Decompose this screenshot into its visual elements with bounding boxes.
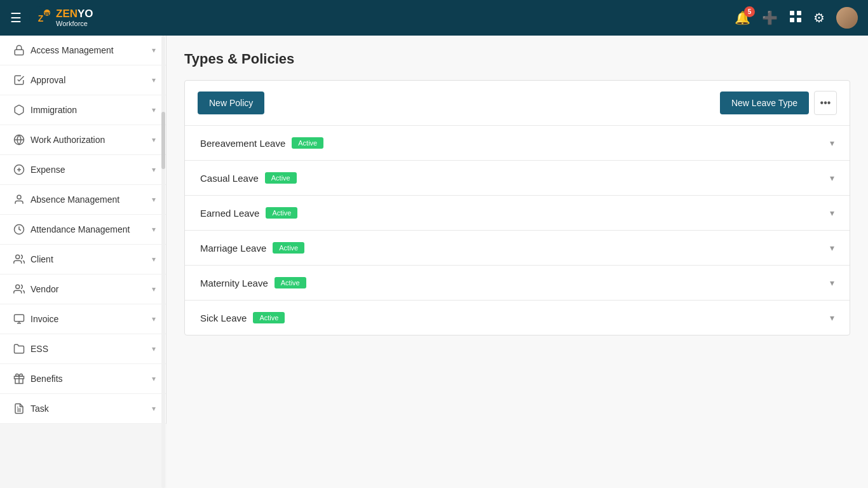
task-icon xyxy=(10,403,28,414)
main-content: Types & Policies New Policy New Leave Ty… xyxy=(166,36,868,488)
sidebar-label-task: Task xyxy=(31,403,152,414)
leave-type-header-earned[interactable]: Earned LeaveActive▾ xyxy=(185,196,850,230)
sidebar-item-access-management[interactable]: Access Management▾ xyxy=(0,36,166,65)
leave-type-header-bereavement[interactable]: Bereavement LeaveActive▾ xyxy=(185,126,850,160)
svg-text:W: W xyxy=(44,11,50,17)
leave-type-status-marriage: Active xyxy=(273,242,304,254)
sidebar-label-immigration: Immigration xyxy=(31,105,152,115)
apps-grid-button[interactable] xyxy=(789,10,802,26)
leave-type-earned: Earned LeaveActive▾ xyxy=(185,196,850,231)
chevron-down-icon: ▾ xyxy=(152,76,156,85)
leave-type-name-sick: Sick Leave xyxy=(200,313,247,323)
sidebar-item-ess[interactable]: ESS▾ xyxy=(0,334,166,364)
expand-chevron-icon: ▾ xyxy=(830,138,834,148)
card-toolbar: New Policy New Leave Type ••• xyxy=(185,81,850,126)
invoice-icon xyxy=(10,313,28,325)
sidebar-item-work-authorization[interactable]: Work Authorization▾ xyxy=(0,125,166,155)
leave-type-name-bereavement: Bereavement Leave xyxy=(200,138,285,149)
chevron-down-icon: ▾ xyxy=(152,46,156,55)
sidebar-item-benefits[interactable]: Benefits▾ xyxy=(0,364,166,394)
page-title: Types & Policies xyxy=(184,51,850,67)
ess-icon xyxy=(10,343,28,355)
expand-chevron-icon: ▾ xyxy=(830,243,834,253)
sidebar-item-invoice[interactable]: Invoice▾ xyxy=(0,304,166,334)
chevron-down-icon: ▾ xyxy=(152,105,156,114)
sidebar-label-client: Client xyxy=(31,254,152,264)
leave-type-header-maternity[interactable]: Maternity LeaveActive▾ xyxy=(185,266,850,300)
expand-chevron-icon: ▾ xyxy=(830,173,834,183)
chevron-down-icon: ▾ xyxy=(152,315,156,323)
expand-chevron-icon: ▾ xyxy=(830,278,834,288)
immigration-icon xyxy=(10,104,28,116)
user-avatar[interactable] xyxy=(836,7,858,29)
leave-type-name-marriage: Marriage Leave xyxy=(200,243,266,254)
sidebar-item-vendor[interactable]: Vendor▾ xyxy=(0,274,166,304)
sidebar-item-approval[interactable]: Approval▾ xyxy=(0,65,166,95)
app-subtitle: Workforce xyxy=(56,20,93,27)
leave-type-header-sick[interactable]: Sick LeaveActive▾ xyxy=(185,301,850,335)
leave-type-header-marriage[interactable]: Marriage LeaveActive▾ xyxy=(185,231,850,265)
sidebar-label-absence-management: Absence Management xyxy=(31,194,152,205)
app-name: ZENYO xyxy=(56,8,93,20)
leave-type-name-maternity: Maternity Leave xyxy=(200,278,268,288)
settings-button[interactable]: ⚙ xyxy=(813,10,825,25)
sidebar: Access Management▾Approval▾Immigration▾W… xyxy=(0,36,166,488)
sidebar-label-work-authorization: Work Authorization xyxy=(31,135,152,145)
sidebar-item-absence-management[interactable]: Absence Management▾ xyxy=(0,185,166,215)
leave-type-status-casual: Active xyxy=(265,172,297,184)
sidebar-label-invoice: Invoice xyxy=(31,314,152,324)
svg-point-14 xyxy=(17,195,21,199)
sidebar-item-expense[interactable]: Expense▾ xyxy=(0,155,166,185)
svg-rect-5 xyxy=(797,11,801,15)
leave-type-status-maternity: Active xyxy=(275,277,306,288)
sidebar-item-client[interactable]: Client▾ xyxy=(0,245,166,274)
leave-type-maternity: Maternity LeaveActive▾ xyxy=(185,266,850,301)
leave-type-casual: Casual LeaveActive▾ xyxy=(185,161,850,196)
leave-type-header-casual[interactable]: Casual LeaveActive▾ xyxy=(185,161,850,195)
leave-type-name-casual: Casual Leave xyxy=(200,173,259,184)
client-icon xyxy=(10,254,28,265)
chevron-down-icon: ▾ xyxy=(152,135,156,144)
sidebar-label-ess: ESS xyxy=(31,344,152,354)
sidebar-label-expense: Expense xyxy=(31,165,152,175)
new-leave-type-button[interactable]: New Leave Type xyxy=(720,92,809,114)
leave-type-sick: Sick LeaveActive▾ xyxy=(185,301,850,335)
svg-text:Z: Z xyxy=(38,13,44,24)
sidebar-label-approval: Approval xyxy=(31,75,152,85)
svg-rect-4 xyxy=(790,11,794,15)
leave-types-list: Bereavement LeaveActive▾Casual LeaveActi… xyxy=(185,126,850,335)
attendance-management-icon xyxy=(10,224,28,235)
expand-chevron-icon: ▾ xyxy=(830,313,834,323)
add-button[interactable]: ➕ xyxy=(762,10,778,25)
chevron-down-icon: ▾ xyxy=(152,374,156,383)
svg-rect-8 xyxy=(15,50,24,55)
sidebar-item-immigration[interactable]: Immigration▾ xyxy=(0,95,166,125)
chevron-down-icon: ▾ xyxy=(152,195,156,204)
sidebar-item-task[interactable]: Task▾ xyxy=(0,394,166,424)
svg-point-16 xyxy=(16,255,20,259)
sidebar-label-attendance-management: Attendance Management xyxy=(31,224,152,234)
leave-types-card: New Policy New Leave Type ••• Bereavemen… xyxy=(184,80,850,336)
sidebar-label-vendor: Vendor xyxy=(31,284,152,294)
menu-button[interactable]: ☰ xyxy=(10,10,22,25)
chevron-down-icon: ▾ xyxy=(152,165,156,174)
chevron-down-icon: ▾ xyxy=(152,285,156,294)
chevron-down-icon: ▾ xyxy=(152,344,156,353)
sidebar-label-benefits: Benefits xyxy=(31,374,152,384)
chevron-down-icon: ▾ xyxy=(152,255,156,264)
more-options-button[interactable]: ••• xyxy=(814,91,837,115)
avatar-image xyxy=(836,7,858,29)
work-authorization-icon xyxy=(10,134,28,146)
leave-type-status-earned: Active xyxy=(266,207,297,219)
sidebar-item-attendance-management[interactable]: Attendance Management▾ xyxy=(0,215,166,245)
chevron-down-icon: ▾ xyxy=(152,404,156,413)
notification-bell[interactable]: 🔔 5 xyxy=(735,10,750,25)
leave-type-name-earned: Earned Leave xyxy=(200,208,259,219)
leave-type-status-sick: Active xyxy=(253,312,285,323)
vendor-icon xyxy=(10,283,28,295)
new-policy-button[interactable]: New Policy xyxy=(198,92,264,114)
benefits-icon xyxy=(10,373,28,384)
svg-rect-7 xyxy=(797,18,801,22)
svg-rect-6 xyxy=(790,18,794,22)
svg-point-17 xyxy=(16,285,20,288)
